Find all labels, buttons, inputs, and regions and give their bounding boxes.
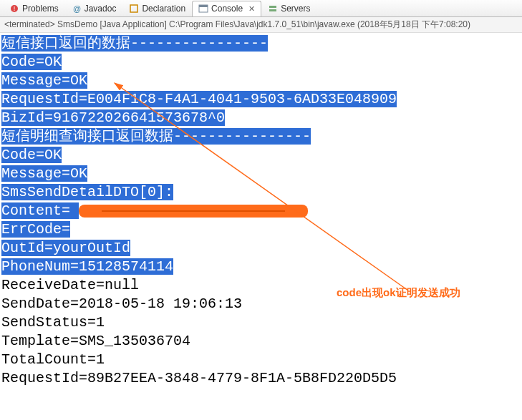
servers-icon <box>268 4 278 14</box>
tab-label: Javadoc <box>84 4 117 14</box>
tab-javadoc[interactable]: @ Javadoc <box>65 1 123 16</box>
problems-icon: ! <box>9 4 19 14</box>
console-line: BizId=916722026641573678^0 <box>1 109 225 126</box>
console-line: Content= <box>1 202 70 219</box>
console-line: Code=OK <box>1 54 62 70</box>
console-line: ErrCode= <box>1 221 70 238</box>
tab-label: Servers <box>281 4 310 14</box>
console-line: RequestId=E004F1C8-F4A1-4041-9503-6AD33E… <box>1 91 397 107</box>
tab-servers[interactable]: Servers <box>261 1 316 16</box>
svg-rect-5 <box>199 5 208 7</box>
console-line: Message=OK <box>1 165 87 182</box>
redacted-bar <box>79 205 308 218</box>
declaration-icon <box>129 4 139 14</box>
svg-rect-6 <box>269 6 276 8</box>
tab-label: Problems <box>22 4 59 14</box>
console-icon <box>198 4 208 14</box>
console-line: TotalCount=1 <box>1 351 105 368</box>
redacted-content <box>70 202 79 219</box>
close-icon[interactable]: ✕ <box>248 4 255 14</box>
svg-rect-3 <box>130 5 137 12</box>
console-line: PhoneNum=15128574114 <box>1 258 173 275</box>
svg-rect-7 <box>269 9 276 11</box>
console-line: SmsSendDetailDTO[0]: <box>1 184 173 200</box>
console-line: Message=OK <box>1 72 87 89</box>
console-line: SendDate=2018-05-18 19:06:13 <box>1 296 242 312</box>
svg-text:!: ! <box>14 5 16 12</box>
console-line: RequestId=89B27EEA-3848-4779-8F1A-5B8FD2… <box>1 370 397 386</box>
tab-label: Console <box>211 4 243 14</box>
annotation-text: code出现ok证明发送成功 <box>337 283 460 302</box>
tab-console[interactable]: Console ✕ <box>192 1 261 16</box>
tab-problems[interactable]: ! Problems <box>3 1 65 16</box>
tab-label: Declaration <box>142 4 185 14</box>
console-line: SendStatus=1 <box>1 314 105 331</box>
console-status: <terminated> SmsDemo [Java Application] … <box>0 17 522 33</box>
javadoc-icon: @ <box>72 4 82 14</box>
console-line: 短信明细查询接口返回数据---------------- <box>1 128 311 145</box>
console-line: Code=OK <box>1 147 62 163</box>
tab-declaration[interactable]: Declaration <box>122 1 192 16</box>
console-line: ReceiveDate=null <box>1 277 139 293</box>
console-output[interactable]: 短信接口返回的数据---------------- Code=OK Messag… <box>0 33 522 389</box>
view-tabbar: ! Problems @ Javadoc Declaration Console… <box>0 0 522 17</box>
console-line: Template=SMS_135036704 <box>1 333 190 349</box>
svg-text:@: @ <box>73 4 81 13</box>
console-line: OutId=yourOutId <box>1 240 130 256</box>
console-line: 短信接口返回的数据---------------- <box>1 35 268 52</box>
